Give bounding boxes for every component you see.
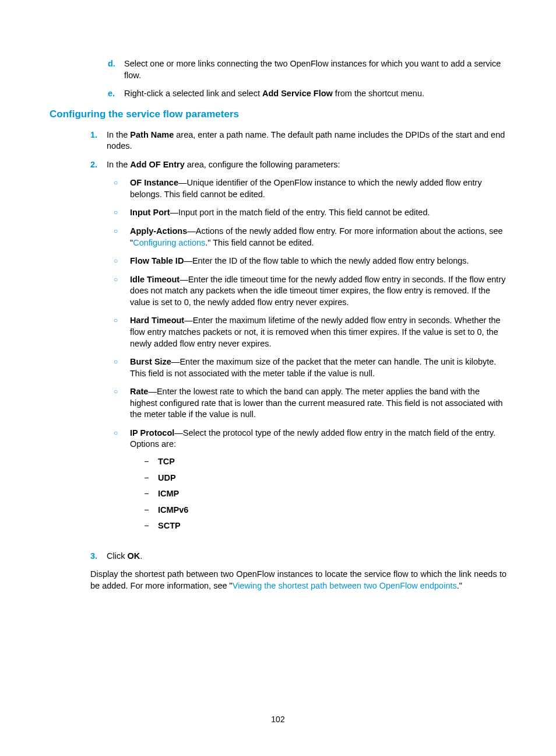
text: —Unique identifier of the OpenFlow insta… xyxy=(130,178,482,199)
bold-text: IP Protocol xyxy=(130,428,174,438)
bold-text: Apply-Actions xyxy=(130,226,187,236)
closing-paragraph: Display the shortest path between two Op… xyxy=(50,569,506,592)
dash-icon: − xyxy=(144,488,158,500)
bullet-text: Input Port—Input port in the match field… xyxy=(130,207,506,219)
bullet-text: Burst Size—Enter the maximum size of the… xyxy=(130,356,506,379)
link-configuring-actions[interactable]: Configuring actions xyxy=(133,238,205,247)
page-number: 102 xyxy=(0,715,556,724)
list-text: In the Path Name area, enter a path name… xyxy=(107,130,506,152)
circle-icon: ○ xyxy=(114,207,130,219)
document-page: d. Select one or more links connecting t… xyxy=(0,0,556,627)
text: Click xyxy=(107,551,127,561)
bullet-item: ○ Burst Size—Enter the maximum size of t… xyxy=(107,356,506,379)
list-text: Select one or more links connecting the … xyxy=(124,58,506,81)
bold-text: Idle Timeout xyxy=(130,275,180,284)
bullet-text: OF Instance—Unique identifier of the Ope… xyxy=(130,177,506,200)
protocol-name: UDP xyxy=(158,473,176,484)
bullet-item: ○ Hard Timeout—Enter the maximum lifetim… xyxy=(107,315,506,349)
dash-list: −TCP −UDP −ICMP −ICMPv6 −SCTP xyxy=(130,456,506,532)
text: —Enter the maximum lifetime of the newly… xyxy=(130,316,501,348)
circle-icon: ○ xyxy=(114,315,130,349)
circle-icon: ○ xyxy=(114,226,130,249)
circle-icon: ○ xyxy=(114,356,130,379)
circle-icon: ○ xyxy=(114,256,130,267)
text: In the xyxy=(107,130,130,139)
list-text: Right-click a selected link and select A… xyxy=(124,88,506,100)
text: ." xyxy=(457,581,462,590)
list-marker: e. xyxy=(108,88,124,100)
list-item-e: e. Right-click a selected link and selec… xyxy=(50,88,506,100)
protocol-name: ICMP xyxy=(158,488,179,500)
bold-text: Input Port xyxy=(130,208,170,217)
circle-icon: ○ xyxy=(114,428,130,537)
dash-icon: − xyxy=(144,520,158,532)
text: —Enter the maximum size of the packet th… xyxy=(130,357,496,378)
bold-text: Add OF Entry xyxy=(130,160,184,169)
alpha-list: d. Select one or more links connecting t… xyxy=(50,58,506,100)
list-text: In the Add OF Entry area, configure the … xyxy=(107,159,506,544)
text: area, configure the following parameters… xyxy=(185,160,340,169)
bullet-text: Rate—Enter the lowest rate to which the … xyxy=(130,386,506,421)
bullet-text: Flow Table ID—Enter the ID of the flow t… xyxy=(130,256,506,267)
bullet-text: Hard Timeout—Enter the maximum lifetime … xyxy=(130,315,506,349)
bullet-text: Idle Timeout—Enter the idle timeout time… xyxy=(130,274,506,309)
bold-text: Path Name xyxy=(130,130,174,139)
text: —Enter the idle timeout time for the new… xyxy=(130,275,505,307)
list-item-3: 3. Click OK. xyxy=(50,551,506,562)
text: from the shortcut menu. xyxy=(333,89,424,98)
text: . xyxy=(140,551,142,561)
bold-text: Burst Size xyxy=(130,357,171,366)
bullet-item: ○ Input Port—Input port in the match fie… xyxy=(107,207,506,219)
bullet-item: ○ Flow Table ID—Enter the ID of the flow… xyxy=(107,256,506,267)
bullet-item: ○ Idle Timeout—Enter the idle timeout ti… xyxy=(107,274,506,309)
list-item-1: 1. In the Path Name area, enter a path n… xyxy=(50,130,506,152)
bullet-item: ○ OF Instance—Unique identifier of the O… xyxy=(107,177,506,200)
dash-item: −TCP xyxy=(130,456,506,468)
bullet-text: Apply-Actions—Actions of the newly added… xyxy=(130,226,506,249)
circle-icon: ○ xyxy=(114,386,130,421)
list-marker: d. xyxy=(108,58,124,81)
dash-icon: − xyxy=(144,456,158,468)
text: —Enter the lowest rate to which the band… xyxy=(130,387,503,419)
numbered-list: 1. In the Path Name area, enter a path n… xyxy=(50,130,506,562)
dash-icon: − xyxy=(144,505,158,516)
list-marker: 1. xyxy=(90,130,107,152)
text: —Select the protocol type of the newly a… xyxy=(130,428,495,449)
list-text: Click OK. xyxy=(107,551,506,562)
text: —Input port in the match field of the en… xyxy=(170,208,430,217)
circle-icon: ○ xyxy=(114,274,130,309)
protocol-name: ICMPv6 xyxy=(158,505,188,516)
bold-text: Add Service Flow xyxy=(262,89,333,98)
protocol-name: TCP xyxy=(158,456,175,468)
dash-item: −UDP xyxy=(130,473,506,484)
bold-text: Hard Timeout xyxy=(130,316,184,325)
text: In the xyxy=(107,160,130,169)
dash-item: −SCTP xyxy=(130,520,506,532)
bullet-item: ○ Apply-Actions—Actions of the newly add… xyxy=(107,226,506,249)
list-marker: 3. xyxy=(90,551,107,562)
bold-text: Flow Table ID xyxy=(130,256,184,265)
dash-icon: − xyxy=(144,473,158,484)
section-heading: Configuring the service flow parameters xyxy=(50,108,506,121)
bullet-list: ○ OF Instance—Unique identifier of the O… xyxy=(107,177,506,537)
bullet-item: ○ IP Protocol—Select the protocol type o… xyxy=(107,428,506,537)
dash-item: −ICMP xyxy=(130,488,506,500)
list-item-d: d. Select one or more links connecting t… xyxy=(50,58,506,81)
text: —Enter the ID of the flow table to which… xyxy=(184,256,469,265)
protocol-name: SCTP xyxy=(158,520,181,532)
circle-icon: ○ xyxy=(114,177,130,200)
dash-item: −ICMPv6 xyxy=(130,505,506,516)
bold-text: OF Instance xyxy=(130,178,178,187)
list-marker: 2. xyxy=(90,159,107,544)
bold-text: Rate xyxy=(130,387,148,396)
link-viewing-shortest-path[interactable]: Viewing the shortest path between two Op… xyxy=(233,581,457,590)
list-item-2: 2. In the Add OF Entry area, configure t… xyxy=(50,159,506,544)
bullet-item: ○ Rate—Enter the lowest rate to which th… xyxy=(107,386,506,421)
bold-text: OK xyxy=(127,551,140,561)
text: Right-click a selected link and select xyxy=(124,89,262,98)
bullet-text: IP Protocol—Select the protocol type of … xyxy=(130,428,506,537)
text: ." This field cannot be edited. xyxy=(205,238,314,247)
